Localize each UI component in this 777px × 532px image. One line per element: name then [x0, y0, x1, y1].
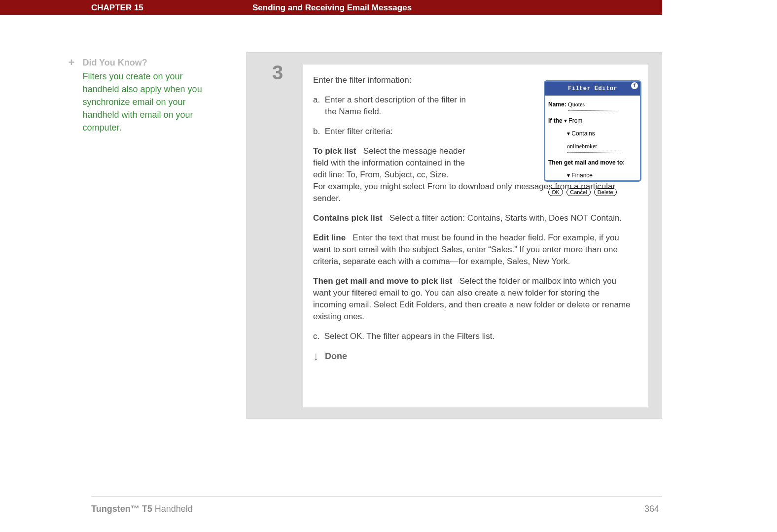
- chapter-title: Sending and Receiving Email Messages: [252, 3, 412, 13]
- cancel-button[interactable]: Cancel: [566, 188, 590, 196]
- name-field[interactable]: Quotes: [568, 99, 617, 111]
- step-panel: 3 Filter Editor i Name: Quotes If the Fr…: [246, 52, 662, 419]
- footer-product: Tungsten™ T5 Handheld: [91, 504, 193, 514]
- step-number: 3: [255, 62, 300, 84]
- step-intro: Enter the filter information:: [313, 74, 471, 86]
- if-label: If the: [548, 117, 563, 124]
- moveto-dropdown[interactable]: Finance: [567, 172, 593, 179]
- dialog-buttons: OK Cancel Delete: [548, 186, 637, 198]
- from-dropdown[interactable]: From: [564, 117, 582, 124]
- then-label: Then get mail and move to:: [548, 157, 637, 168]
- delete-button[interactable]: Delete: [594, 188, 617, 196]
- chapter-banner: CHAPTER 15 Sending and Receiving Email M…: [0, 0, 662, 15]
- filter-editor-dialog: Filter Editor i Name: Quotes If the From…: [544, 80, 641, 182]
- ok-button[interactable]: OK: [548, 188, 563, 196]
- done-row: ↓ Done: [313, 350, 634, 362]
- info-icon[interactable]: i: [631, 82, 638, 89]
- tip-heading: Did You Know?: [82, 58, 206, 68]
- step-b: b. Enter filter criteria:: [325, 126, 471, 137]
- dialog-title: Filter Editor: [568, 85, 617, 92]
- down-arrow-icon: ↓: [313, 351, 319, 361]
- did-you-know-sidebar: + Did You Know? Filters you create on yo…: [67, 58, 214, 134]
- step-c: c. Select OK. The filter appears in the …: [325, 331, 634, 342]
- done-label: Done: [325, 350, 347, 362]
- then-block: Then get mail and move to pick list Sele…: [313, 275, 634, 323]
- tip: Did You Know? Filters you create on your…: [82, 58, 206, 134]
- editline-block: Edit line Enter the text that must be fo…: [313, 232, 634, 267]
- contains-dropdown[interactable]: Contains: [567, 130, 595, 137]
- dialog-body: Name: Quotes If the From Contains online…: [545, 96, 640, 200]
- footer-rule: [91, 496, 662, 497]
- chapter-label: CHAPTER 15: [91, 3, 143, 13]
- page-number: 364: [644, 504, 659, 514]
- contains-block: Contains pick list Select a filter actio…: [313, 212, 634, 224]
- plus-icon: +: [67, 58, 76, 67]
- criteria-field[interactable]: onlinebroker: [567, 140, 621, 153]
- tip-body: Filters you create on your handheld also…: [82, 70, 206, 134]
- page: CHAPTER 15 Sending and Receiving Email M…: [0, 0, 662, 532]
- name-label: Name:: [548, 101, 566, 108]
- step-body: Filter Editor i Name: Quotes If the From…: [303, 65, 648, 407]
- step-a: a. Enter a short description of the filt…: [325, 94, 471, 118]
- dialog-titlebar: Filter Editor i: [545, 82, 640, 96]
- to-pick-block-1: To pick list Select the message header f…: [313, 145, 471, 181]
